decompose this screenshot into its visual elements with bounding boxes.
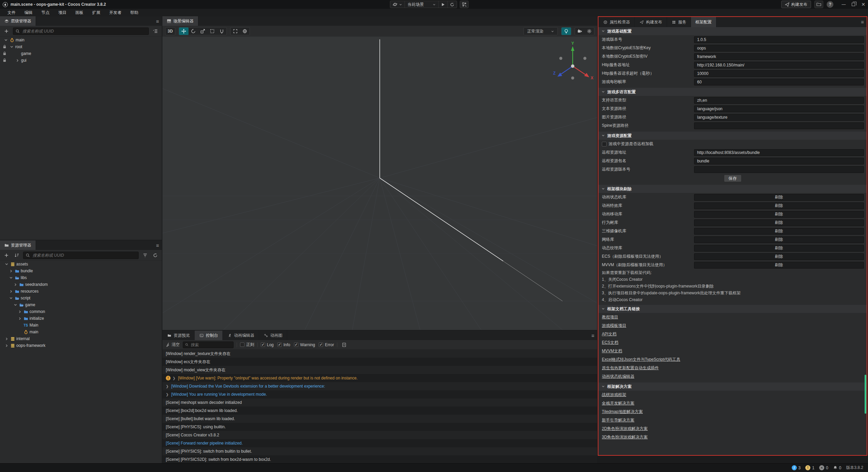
status-error-counter[interactable]: ✕ 0: [819, 465, 828, 470]
status-notification-counter[interactable]: 0: [833, 466, 842, 470]
scene-camera-button[interactable]: [575, 27, 585, 35]
tree-item[interactable]: oops-framework: [0, 342, 162, 349]
field-input[interactable]: [694, 79, 864, 85]
doc-link[interactable]: 原生包热更新配置自动生成插件: [602, 365, 659, 371]
field-input[interactable]: [694, 62, 864, 68]
axis-gizmo[interactable]: Y X Z: [551, 41, 595, 85]
create-asset-button[interactable]: [3, 252, 10, 259]
section-header[interactable]: 框架模块剔除: [598, 185, 867, 193]
tree-item[interactable]: main: [0, 37, 162, 43]
field-input[interactable]: [694, 70, 864, 77]
console-log-row[interactable]: [Window] ecs文件夹存在: [162, 358, 597, 366]
open-project-folder-button[interactable]: [814, 1, 823, 8]
trim-module-button[interactable]: 剔除: [694, 219, 864, 226]
tree-item[interactable]: assets: [0, 261, 162, 268]
section-header[interactable]: 游戏基础配置: [598, 27, 867, 35]
field-input[interactable]: [694, 149, 864, 156]
clear-console-button[interactable]: 清空: [166, 342, 180, 348]
menu-item[interactable]: 编辑: [20, 9, 37, 16]
inspector-scrollbar-thumb[interactable]: [865, 375, 866, 414]
menu-item[interactable]: 项目: [54, 9, 71, 16]
move-button[interactable]: [179, 27, 189, 35]
rect-tool-button[interactable]: [208, 27, 217, 35]
console-log-row[interactable]: !❯[Window] [Vue warn]: Property "onInput…: [162, 374, 597, 382]
tree-item[interactable]: main: [0, 329, 162, 335]
anchor-tool-button[interactable]: [217, 27, 226, 35]
chevron-down-icon[interactable]: [9, 44, 14, 49]
section-header[interactable]: 框架文档工具链接: [598, 305, 867, 313]
tree-item[interactable]: TSMain: [0, 322, 162, 329]
hierarchy-search-input[interactable]: [22, 28, 146, 34]
tree-item[interactable]: gui: [0, 57, 162, 64]
log-file-icon[interactable]: [340, 341, 348, 349]
tab-console-1[interactable]: 控制台: [195, 331, 223, 340]
restart-button[interactable]: [447, 1, 457, 8]
tree-item[interactable]: root: [0, 43, 162, 50]
chevron-right-icon[interactable]: [4, 336, 9, 341]
menu-item[interactable]: 节点: [37, 9, 54, 16]
menu-item[interactable]: 开发者: [105, 9, 125, 16]
tree-item[interactable]: common: [0, 308, 162, 315]
trim-module-button[interactable]: 剔除: [694, 253, 864, 260]
assets-search[interactable]: [23, 252, 139, 259]
doc-link[interactable]: 战棋游戏框架: [602, 392, 626, 398]
status-warning-counter[interactable]: ! 1: [805, 465, 814, 470]
toggle-3d-button[interactable]: 3D: [165, 27, 175, 35]
chevron-right-icon[interactable]: [15, 58, 20, 63]
assets-search-input[interactable]: [32, 253, 136, 258]
console-log-row[interactable]: ❯[Window] You are running Vue in develop…: [162, 390, 597, 398]
console-menu-icon[interactable]: ≡: [591, 331, 594, 340]
console-log-row[interactable]: [Scene] meshopt wasm decoder initialized: [162, 398, 597, 407]
scene-settings-button[interactable]: [585, 27, 594, 35]
trim-module-button[interactable]: 剔除: [694, 245, 864, 252]
filter-log-checkbox[interactable]: ✓Log: [261, 342, 274, 347]
doc-link[interactable]: ECS文档: [602, 340, 618, 346]
menu-item[interactable]: 帮助: [126, 9, 142, 16]
section-header[interactable]: 框架解决方案: [598, 382, 867, 391]
menu-item[interactable]: 扩展: [88, 9, 104, 16]
create-node-button[interactable]: [3, 27, 10, 35]
tree-item[interactable]: initialize: [0, 315, 162, 322]
trim-module-button[interactable]: 剔除: [694, 211, 864, 218]
chevron-right-icon[interactable]: [8, 269, 13, 273]
filter-error-checkbox[interactable]: ✓Error: [319, 342, 334, 347]
section-header[interactable]: 游戏资源配置: [598, 132, 867, 140]
tree-item[interactable]: seedrandom: [0, 281, 162, 288]
scene-select-dropdown[interactable]: 当前场景: [405, 1, 439, 8]
trim-module-button[interactable]: 剔除: [694, 262, 864, 269]
chevron-down-icon[interactable]: [13, 302, 18, 307]
chevron-down-icon[interactable]: [8, 296, 13, 300]
tree-item[interactable]: game: [0, 50, 162, 57]
tab-inspector-3[interactable]: 框架配置: [691, 17, 716, 27]
tab-assets[interactable]: 资源管理器: [0, 240, 36, 250]
console-search-input[interactable]: [190, 342, 231, 348]
doc-link[interactable]: Excel格式转Json文件与TypeScript代码工具: [602, 357, 680, 362]
chevron-right-icon[interactable]: [4, 343, 9, 348]
doc-link[interactable]: 2D角色扮演游戏解决方案: [602, 426, 648, 432]
console-search[interactable]: [183, 341, 234, 348]
tab-hierarchy[interactable]: 层级管理器: [0, 16, 36, 26]
scale-button[interactable]: [198, 27, 208, 35]
sort-assets-icon[interactable]: [13, 252, 20, 259]
tab-console-2[interactable]: 动画编辑器: [223, 331, 259, 340]
chevron-right-icon[interactable]: [13, 282, 18, 287]
doc-link[interactable]: Tiledmap地图解决方案: [602, 409, 643, 415]
tree-item[interactable]: internal: [0, 335, 162, 342]
field-input[interactable]: [694, 105, 864, 112]
console-log-row[interactable]: [Scene] [PHYSICS2D]: switch from box2d-w…: [162, 455, 597, 463]
preview-target-button[interactable]: [390, 1, 405, 8]
doc-link[interactable]: 动画状态机编辑器: [602, 374, 634, 379]
filter-warning-checkbox[interactable]: ✓Warning: [294, 342, 315, 347]
help-button[interactable]: ?: [827, 1, 833, 8]
render-mode-dropdown[interactable]: 正常渲染: [524, 27, 558, 35]
field-input[interactable]: [694, 114, 864, 121]
chevron-right-icon[interactable]: ❯: [166, 385, 169, 388]
chevron-down-icon[interactable]: [8, 275, 13, 280]
console-log-row[interactable]: [Window] render_texture文件夹存在: [162, 350, 597, 358]
console-log-row[interactable]: [Scene] [PHYSICS]: switch from builtin t…: [162, 447, 597, 455]
console-log-row[interactable]: [Scene] [box2d]:box2d wasm lib loaded.: [162, 407, 597, 415]
close-button[interactable]: ✕: [861, 2, 865, 7]
field-input[interactable]: [694, 45, 864, 52]
build-publish-button[interactable]: 构建发布: [781, 1, 811, 8]
field-input[interactable]: [694, 158, 864, 164]
